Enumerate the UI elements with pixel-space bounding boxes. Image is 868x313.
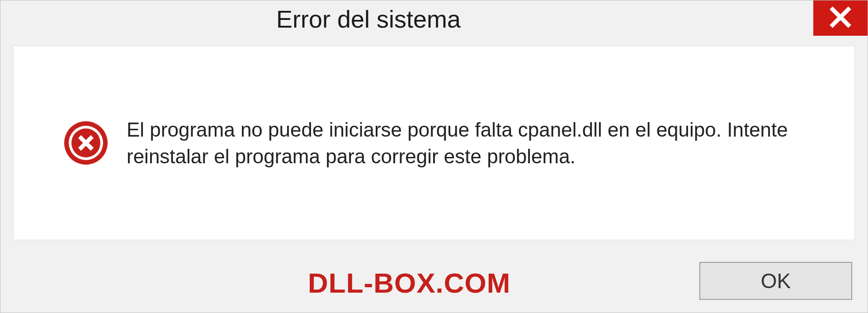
error-message: El programa no puede iniciarse porque fa…	[127, 116, 823, 170]
error-dialog: Error del sistema El programa no puede i…	[0, 0, 868, 313]
close-icon	[829, 5, 852, 31]
error-icon	[63, 120, 108, 166]
ok-button[interactable]: OK	[699, 262, 852, 300]
close-button[interactable]	[813, 0, 868, 36]
titlebar: Error del sistema	[0, 0, 868, 41]
dialog-title: Error del sistema	[276, 5, 461, 33]
dialog-footer: DLL-BOX.COM OK	[0, 249, 868, 313]
watermark-text: DLL-BOX.COM	[308, 267, 510, 299]
content-panel: El programa no puede iniciarse porque fa…	[13, 46, 855, 240]
